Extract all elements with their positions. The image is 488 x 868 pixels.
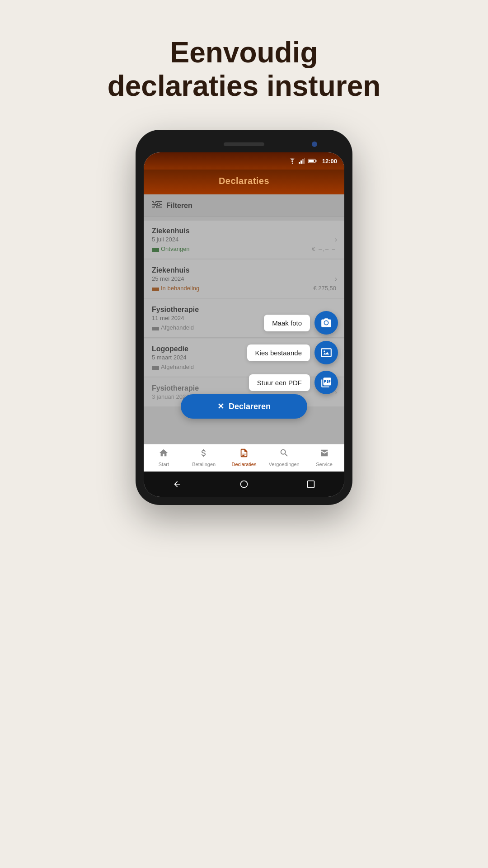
- svg-rect-4: [304, 158, 305, 164]
- nav-item-start[interactable]: Start: [144, 448, 184, 467]
- fab-btn-image[interactable]: [314, 341, 338, 364]
- fab-label-camera[interactable]: Maak foto: [264, 315, 310, 331]
- declare-button-label: Declareren: [229, 402, 271, 411]
- payments-icon: [199, 448, 209, 460]
- fab-row-image: Kies bestaande: [247, 341, 338, 364]
- svg-rect-6: [315, 160, 316, 162]
- fab-btn-pdf[interactable]: [314, 371, 338, 394]
- headline-line1: Eenvoudig: [170, 36, 318, 69]
- fab-btn-camera[interactable]: [314, 311, 338, 335]
- fab-popup: Maak foto Kies bestaande: [247, 311, 338, 394]
- svg-rect-2: [300, 160, 302, 164]
- fab-label-pdf[interactable]: Stuur een PDF: [249, 374, 310, 391]
- phone-speaker: [224, 142, 264, 146]
- recents-button[interactable]: [305, 478, 317, 491]
- nav-label-start: Start: [159, 462, 169, 467]
- fab-row-camera: Maak foto: [264, 311, 338, 335]
- battery-icon: [308, 158, 317, 164]
- phone-camera: [312, 142, 317, 147]
- phone-shell: 12:00 Declaraties: [136, 130, 352, 505]
- svg-rect-1: [299, 162, 300, 164]
- fab-row-pdf: Stuur een PDF: [249, 371, 338, 394]
- status-icons: 12:00: [289, 158, 337, 165]
- status-time: 12:00: [322, 158, 337, 165]
- back-button[interactable]: [171, 478, 183, 491]
- svg-rect-7: [308, 160, 314, 162]
- svg-point-15: [241, 481, 248, 488]
- app-header-title: Declaraties: [144, 176, 344, 186]
- declare-x-icon: ✕: [217, 401, 224, 411]
- svg-point-0: [292, 163, 293, 164]
- page-container: Eenvoudig declaraties insturen: [0, 0, 488, 868]
- wifi-icon: [289, 158, 296, 164]
- nav-label-declaraties: Declaraties: [231, 462, 256, 467]
- image-icon: [320, 347, 332, 359]
- nav-label-betalingen: Betalingen: [192, 462, 216, 467]
- home-button[interactable]: [238, 478, 250, 491]
- status-bar: 12:00: [144, 152, 344, 170]
- svg-rect-16: [308, 481, 314, 488]
- nav-item-betalingen[interactable]: Betalingen: [184, 448, 224, 467]
- svg-point-14: [324, 350, 325, 352]
- nav-item-declaraties[interactable]: Declaraties: [224, 448, 264, 467]
- camera-icon: [320, 317, 332, 329]
- headline: Eenvoudig declaraties insturen: [71, 36, 417, 103]
- service-icon: [319, 448, 329, 460]
- signal-icon: [299, 158, 305, 164]
- nav-label-service: Service: [316, 462, 333, 467]
- home-icon: [159, 448, 169, 460]
- nav-item-vergoedingen[interactable]: Vergoedingen: [264, 448, 304, 467]
- nav-item-service[interactable]: Service: [304, 448, 344, 467]
- pdf-icon: [320, 377, 332, 388]
- app-header: Declaraties: [144, 170, 344, 194]
- bottom-nav: Start Betalingen: [144, 444, 344, 472]
- list-icon: [239, 448, 249, 460]
- svg-rect-3: [302, 159, 304, 164]
- search-icon: [279, 448, 289, 460]
- declare-button[interactable]: ✕ Declareren: [181, 394, 307, 419]
- fab-label-image[interactable]: Kies bestaande: [247, 344, 310, 361]
- nav-label-vergoedingen: Vergoedingen: [269, 462, 300, 467]
- android-nav: [144, 472, 344, 497]
- headline-line2: declaraties insturen: [108, 70, 381, 102]
- phone-screen: 12:00 Declaraties: [144, 152, 344, 497]
